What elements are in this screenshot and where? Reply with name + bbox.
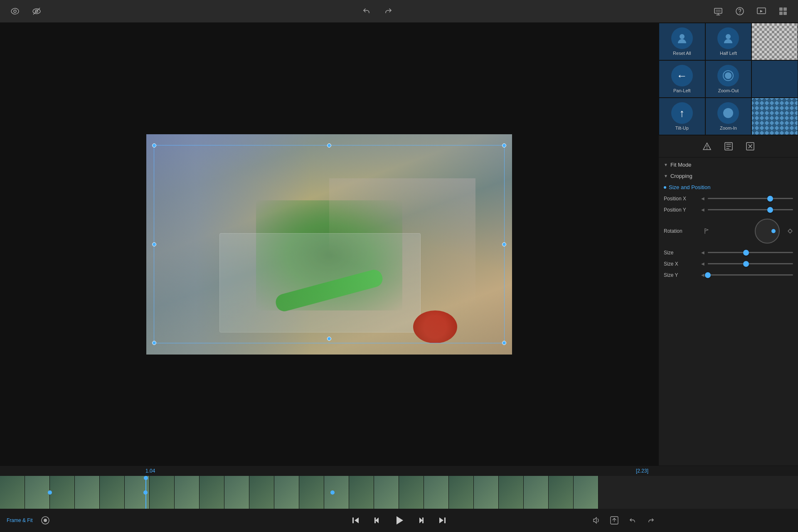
reset-all-icon [671,27,693,49]
size-and-position-section[interactable]: Size and Position [659,182,798,193]
redo-timeline-icon[interactable] [645,515,657,526]
keyframe-marker-2[interactable] [143,490,148,495]
step-back-button[interactable] [370,513,385,528]
tab-warning[interactable] [699,139,714,154]
position-y-slider[interactable]: ◀ [700,207,793,213]
svg-point-15 [725,72,732,79]
undo-timeline-icon[interactable] [627,515,638,526]
size-thumb[interactable] [743,250,749,256]
size-and-position-label: Size and Position [669,184,710,190]
fit-mode-label: Fit Mode [670,162,692,168]
step-forward-button[interactable] [413,513,428,528]
video-frame [146,134,512,355]
svg-rect-23 [422,517,424,523]
preview-area [0,23,658,466]
position-x-track[interactable] [708,198,793,199]
position-x-row: Position X ◀ [659,193,798,204]
screen-record-icon[interactable] [755,5,768,18]
cropping-section[interactable]: ▼ Cropping [659,170,798,182]
size-dec[interactable]: ◀ [700,249,705,256]
svg-point-6 [740,14,740,14]
cropping-chevron: ▼ [664,174,668,178]
main-area: Reset All Half Left ← Pan-Left [0,23,798,466]
preset-grid: Reset All Half Left ← Pan-Left [659,23,798,135]
active-indicator [664,186,666,189]
size-y-track[interactable] [708,274,793,276]
play-button[interactable] [392,513,406,528]
help-icon[interactable] [733,5,746,18]
position-y-row: Position Y ◀ [659,204,798,215]
reset-all-label: Reset All [673,51,691,56]
rotation-knob[interactable] [755,219,780,244]
rotation-row: Rotation [659,215,798,247]
preset-blank [751,60,798,98]
visibility-icon[interactable] [8,5,22,18]
bottom-toolbar-right [590,515,657,526]
position-x-slider[interactable]: ◀ [700,195,793,202]
right-panel: Reset All Half Left ← Pan-Left [658,23,798,466]
skip-back-button[interactable] [348,513,363,528]
preset-checker-2[interactable] [751,98,798,135]
position-y-thumb[interactable] [767,207,773,213]
position-y-track[interactable] [708,209,793,210]
half-left-label: Half Left [720,51,737,56]
skip-forward-button[interactable] [435,513,450,528]
position-y-dec[interactable]: ◀ [700,207,705,213]
timeline-ruler: 1.04 [2.23] [0,466,798,476]
size-y-slider[interactable]: ◀ [700,272,793,278]
position-x-dec[interactable]: ◀ [700,195,705,202]
share-icon[interactable] [608,515,620,526]
size-x-slider[interactable]: ◀ [700,261,793,267]
size-y-thumb[interactable] [705,272,711,278]
preset-tilt-up[interactable]: ↑ Tilt-Up [659,98,705,135]
rotation-flag-icon[interactable] [700,224,714,238]
size-label: Size [664,250,697,256]
filmstrip [0,476,658,509]
keyframe-marker-3[interactable] [330,490,335,495]
svg-rect-11 [783,12,787,15]
position-y-label: Position Y [664,207,697,213]
preset-zoom-in[interactable]: Zoom-In [705,98,752,135]
svg-rect-24 [444,517,446,523]
redo-button[interactable] [382,5,395,18]
audio-icon[interactable] [590,515,602,526]
timeline-tracks[interactable] [0,476,798,509]
rotation-label: Rotation [664,228,697,234]
size-x-thumb[interactable] [743,261,749,267]
size-track[interactable] [708,252,793,253]
fit-mode-section[interactable]: ▼ Fit Mode [659,159,798,170]
preset-reset-all[interactable]: Reset All [659,23,705,60]
svg-rect-9 [783,7,787,11]
preset-pan-left[interactable]: ← Pan-Left [659,60,705,98]
tilt-up-label: Tilt-Up [675,126,689,131]
size-x-dec[interactable]: ◀ [700,261,705,267]
tilt-up-icon: ↑ [671,102,693,124]
undo-button[interactable] [360,5,373,18]
record-icon[interactable] [39,515,51,526]
size-row: Size ◀ [659,247,798,258]
tab-export[interactable] [721,139,736,154]
pan-left-label: Pan-Left [673,88,691,93]
menu-icon[interactable] [776,5,790,18]
eye-special-icon[interactable] [30,5,43,18]
top-toolbar [0,0,798,23]
position-x-thumb[interactable] [767,196,773,202]
tabs-row [659,135,798,158]
video-container[interactable] [146,134,512,355]
preset-half-left[interactable]: Half Left [705,23,752,60]
size-y-row: Size Y ◀ [659,269,798,281]
svg-rect-22 [374,517,376,523]
preset-checker-1[interactable] [751,23,798,60]
tab-close[interactable] [743,139,758,154]
frame-fit-button[interactable]: Frame & Fit [7,517,33,523]
size-slider[interactable]: ◀ [700,249,793,256]
cropping-label: Cropping [670,173,692,179]
properties-panel: ▼ Fit Mode ▼ Cropping Size and Position … [659,158,798,466]
keyframe-marker-1[interactable] [48,490,52,495]
broadcast-icon[interactable] [712,5,725,18]
svg-point-0 [14,10,16,12]
preset-zoom-out[interactable]: Zoom-Out [705,60,752,98]
size-x-track[interactable] [708,263,793,264]
svg-point-13 [726,34,731,39]
rotation-right-arrow[interactable] [786,228,793,234]
